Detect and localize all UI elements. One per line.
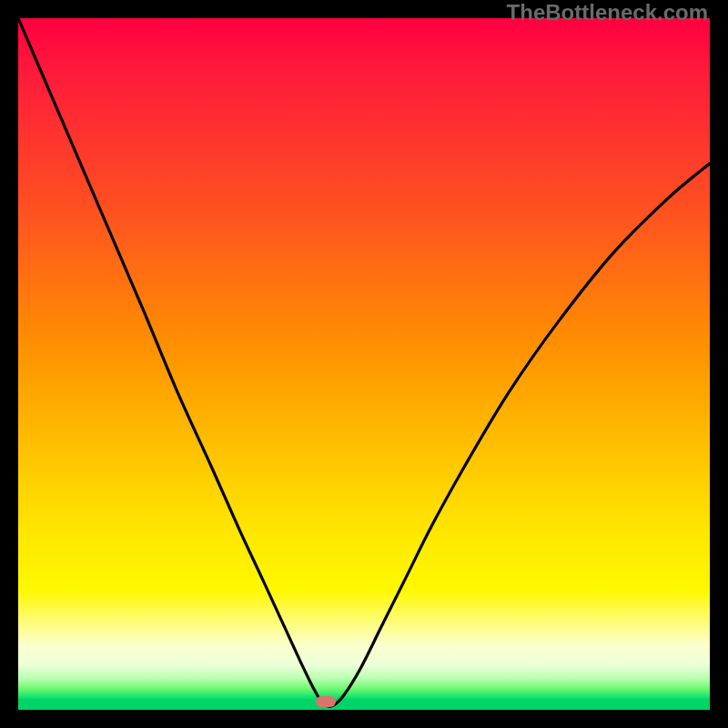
curve-svg xyxy=(18,18,710,710)
watermark-text: TheBottleneck.com xyxy=(507,0,708,25)
plot-area xyxy=(18,18,710,710)
bottleneck-curve xyxy=(18,18,710,706)
chart-frame xyxy=(18,18,710,710)
optimum-marker xyxy=(316,696,336,707)
